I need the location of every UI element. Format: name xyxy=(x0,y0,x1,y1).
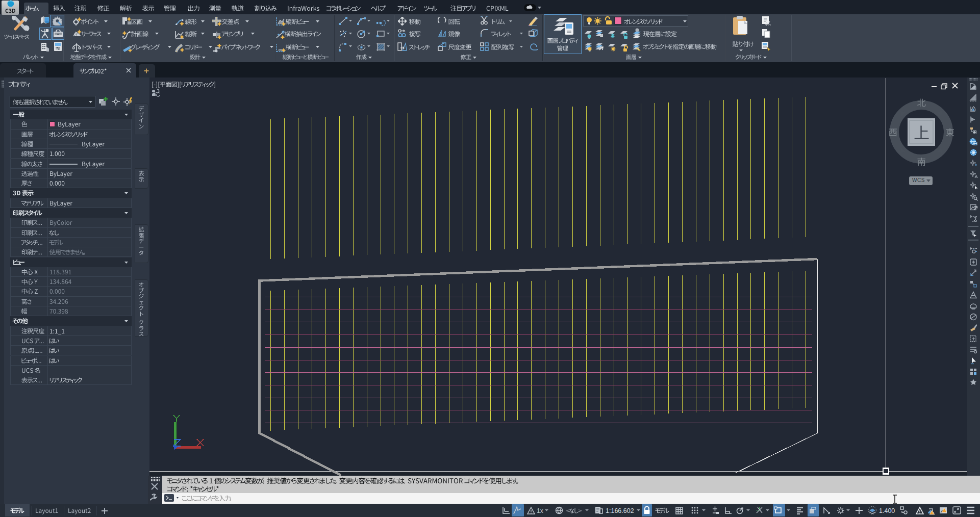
svg-text:1.400: 1.400 xyxy=(879,507,895,514)
svg-text:1:166.602: 1:166.602 xyxy=(606,507,634,514)
svg-text:1x: 1x xyxy=(537,507,543,514)
